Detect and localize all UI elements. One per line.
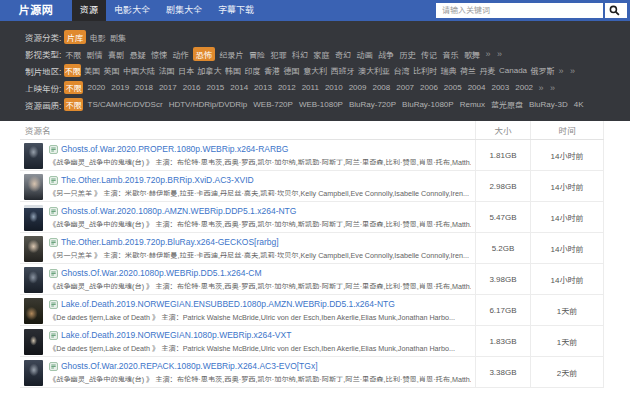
- resource-link[interactable]: Ghosts.Of.War.2020.1080p.WEBRip.DD5.1.x2…: [61, 268, 261, 278]
- filter-option[interactable]: 2006: [419, 82, 440, 93]
- filter-option[interactable]: Remux: [458, 99, 486, 110]
- filter-option[interactable]: 剧集: [109, 31, 127, 44]
- filter-option[interactable]: 2020: [86, 82, 107, 93]
- filter-option[interactable]: 2019: [110, 82, 131, 93]
- filter-more-arrows[interactable]: » »: [539, 83, 558, 93]
- resource-link[interactable]: The.Other.Lamb.2019.720p.BluRay.x264-GEC…: [61, 237, 279, 247]
- filter-option[interactable]: 2010: [323, 82, 344, 93]
- filter-option[interactable]: 2004: [466, 82, 487, 93]
- poster-thumbnail[interactable]: [24, 236, 43, 262]
- filter-option[interactable]: 2012: [276, 82, 297, 93]
- nav-tab-3[interactable]: 剧集大全: [158, 0, 210, 21]
- filter-option[interactable]: 4K: [572, 99, 585, 110]
- nav-tab-1[interactable]: 资源: [72, 0, 106, 21]
- poster-thumbnail[interactable]: [24, 174, 43, 200]
- resource-link[interactable]: Ghosts.of.War.2020.1080p.AMZN.WEBRip.DDP…: [61, 206, 296, 216]
- poster-thumbnail[interactable]: [24, 205, 43, 231]
- filter-option[interactable]: 2016: [181, 82, 202, 93]
- filter-option[interactable]: 不限: [64, 81, 83, 94]
- filter-option[interactable]: 澳大利亚: [358, 64, 391, 77]
- search-input[interactable]: [436, 3, 603, 18]
- filter-option[interactable]: 悬疑: [129, 48, 147, 61]
- filter-option[interactable]: 音乐: [442, 48, 460, 61]
- filter-option[interactable]: 俄罗斯: [530, 64, 555, 77]
- filter-option[interactable]: 犯罪: [270, 48, 288, 61]
- filter-option[interactable]: BluRay-1080P: [401, 99, 456, 110]
- filter-option[interactable]: 2008: [371, 82, 392, 93]
- filter-option[interactable]: 丹麦: [479, 64, 496, 77]
- filter-option[interactable]: 喜剧: [107, 48, 125, 61]
- filter-option[interactable]: 比利时: [413, 64, 438, 77]
- filter-option[interactable]: 动作: [172, 48, 190, 61]
- poster-thumbnail[interactable]: [24, 360, 43, 386]
- filter-option[interactable]: 片库: [64, 30, 86, 44]
- filter-option[interactable]: 意大利: [303, 64, 328, 77]
- poster-thumbnail[interactable]: [24, 267, 43, 293]
- filter-option[interactable]: 奇幻: [334, 48, 352, 61]
- filter-option[interactable]: 荷兰: [460, 64, 477, 77]
- filter-option[interactable]: 历史: [399, 48, 417, 61]
- filter-option[interactable]: 不限: [64, 98, 83, 111]
- resource-link[interactable]: Ghosts.Of.War.2020.REPACK.1080p.WEBRip.X…: [61, 361, 318, 371]
- filter-option[interactable]: 惊悚: [150, 48, 168, 61]
- filter-option[interactable]: 电影: [89, 31, 107, 44]
- filter-option[interactable]: WEB-1080P: [297, 99, 344, 110]
- filter-option[interactable]: 歌舞: [463, 48, 481, 61]
- filter-option[interactable]: TS/CAM/HC/DVDScr: [86, 99, 164, 110]
- site-logo[interactable]: 片源网: [0, 0, 72, 21]
- filter-option[interactable]: 韩国: [225, 64, 242, 77]
- filter-option[interactable]: 2015: [205, 82, 226, 93]
- filter-option[interactable]: 日本: [178, 64, 195, 77]
- filter-option[interactable]: 2003: [490, 82, 511, 93]
- poster-thumbnail[interactable]: [24, 298, 43, 324]
- filter-option[interactable]: 西班牙: [330, 64, 355, 77]
- filter-option[interactable]: 2002: [514, 82, 535, 93]
- poster-thumbnail[interactable]: [24, 143, 43, 169]
- filter-option[interactable]: HDTV/HDRip/DVDRip: [167, 99, 249, 110]
- resource-link[interactable]: The.Other.Lamb.2019.720p.BRRip.XviD.AC3-…: [61, 175, 254, 185]
- filter-option[interactable]: 2005: [442, 82, 463, 93]
- resource-link[interactable]: Ghosts.of.War.2020.PROPER.1080p.WEBRip.x…: [61, 144, 288, 154]
- filter-option[interactable]: 2009: [347, 82, 368, 93]
- filter-option[interactable]: 动画: [356, 48, 374, 61]
- filter-option[interactable]: 传记: [420, 48, 438, 61]
- filter-option[interactable]: 不限: [64, 48, 82, 61]
- nav-tab-4[interactable]: 字幕下载: [210, 0, 262, 21]
- resource-link[interactable]: Lake.of.Death.2019.NORWEGIAN.1080p.WEBRi…: [61, 330, 291, 340]
- filter-option[interactable]: 剧情: [86, 48, 104, 61]
- filter-option[interactable]: 纪录片: [219, 48, 245, 61]
- filter-option[interactable]: 印度: [244, 64, 261, 77]
- filter-option[interactable]: BluRay-3D: [528, 99, 570, 110]
- filter-option[interactable]: 2017: [157, 82, 178, 93]
- filter-option[interactable]: 2007: [395, 82, 416, 93]
- filter-option[interactable]: 科幻: [291, 48, 309, 61]
- filter-option[interactable]: 瑞典: [440, 64, 457, 77]
- filter-option[interactable]: 2013: [253, 82, 274, 93]
- filter-option[interactable]: 战争: [377, 48, 395, 61]
- filter-option[interactable]: 中国大陆: [123, 64, 156, 77]
- resource-link[interactable]: Lake.of.Death.2019.NORWEGIAN.ENSUBBED.10…: [61, 299, 395, 309]
- filter-option[interactable]: 加拿大: [197, 64, 222, 77]
- filter-option[interactable]: 法国: [158, 64, 175, 77]
- filter-option[interactable]: 不限: [64, 64, 81, 77]
- filter-option[interactable]: 2018: [134, 82, 155, 93]
- filter-option[interactable]: 恐怖: [193, 47, 215, 61]
- filter-option[interactable]: 2011: [300, 82, 320, 93]
- filter-option[interactable]: 台湾: [393, 64, 410, 77]
- filter-option[interactable]: 2014: [229, 82, 250, 93]
- filter-option[interactable]: WEB-720P: [252, 99, 295, 110]
- filter-option[interactable]: Canada: [499, 65, 528, 76]
- filter-option[interactable]: 家庭: [313, 48, 331, 61]
- filter-more-arrows[interactable]: » »: [559, 66, 578, 76]
- filter-option[interactable]: 美国: [84, 64, 101, 77]
- poster-thumbnail[interactable]: [24, 329, 43, 355]
- filter-option[interactable]: 香港: [264, 64, 281, 77]
- filter-option[interactable]: 德国: [283, 64, 300, 77]
- filter-option[interactable]: 冒险: [248, 48, 266, 61]
- nav-tab-2[interactable]: 电影大全: [106, 0, 158, 21]
- filter-option[interactable]: BluRay-720P: [347, 99, 397, 110]
- filter-option[interactable]: 蓝光原盘: [490, 98, 525, 111]
- filter-option[interactable]: 英国: [103, 64, 120, 77]
- search-button[interactable]: [605, 3, 627, 18]
- filter-more-arrows[interactable]: » »: [486, 49, 505, 59]
